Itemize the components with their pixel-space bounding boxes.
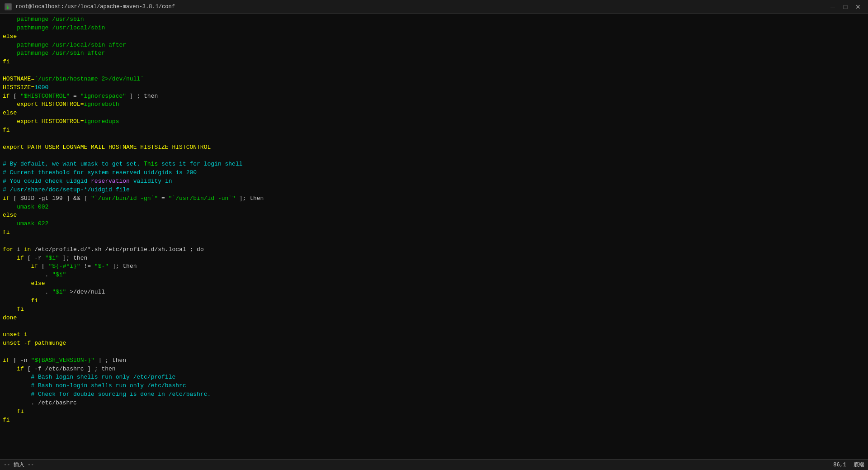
- terminal-line: if [ "$HISTCONTROL" = "ignorespace" ] ; …: [3, 92, 865, 101]
- terminal-line: HISTSIZE=1000: [3, 84, 865, 92]
- terminal-line: HOSTNAME=`/usr/bin/hostname 2>/dev/null`: [3, 75, 865, 84]
- terminal-line: . "$i" >/dev/null: [3, 288, 865, 297]
- terminal-line: # Bash non-login shells run only /etc/ba…: [3, 382, 865, 390]
- terminal-line: export PATH USER LOGNAME MAIL HOSTNAME H…: [3, 143, 865, 152]
- scroll-percent: 底端: [854, 461, 864, 469]
- window-controls: ─ □ ✕: [827, 2, 863, 11]
- terminal-line: export HISTCONTROL=ignoreboth: [3, 100, 865, 109]
- terminal-line: [3, 237, 865, 246]
- terminal-line: . /etc/bashrc: [3, 399, 865, 408]
- terminal-line: else: [3, 280, 865, 288]
- terminal-line: fi: [3, 408, 865, 416]
- terminal-line: fi: [3, 58, 865, 66]
- terminal-line: [3, 152, 865, 161]
- terminal-line: if [ -n "${BASH_VERSION-}" ] ; then: [3, 356, 865, 365]
- terminal-line: # You could check uidgid reservation val…: [3, 177, 865, 186]
- terminal-line: else: [3, 211, 865, 220]
- terminal-line: [3, 66, 865, 75]
- terminal-line: # By default, we want umask to get set. …: [3, 160, 865, 169]
- terminal-line: for i in /etc/profile.d/*.sh /etc/profil…: [3, 246, 865, 254]
- terminal-line: unset i: [3, 331, 865, 339]
- terminal-line: umask 002: [3, 203, 865, 212]
- terminal-body: pathmunge /usr/sbin pathmunge /usr/local…: [0, 14, 868, 459]
- status-right: 86,1 底端: [833, 461, 864, 469]
- terminal-line: else: [3, 109, 865, 118]
- terminal-line: if [ "${-#*i}" != "$-" ]; then: [3, 262, 865, 271]
- terminal-line: fi: [3, 416, 865, 425]
- svg-text:$: $: [6, 5, 9, 9]
- minimize-button[interactable]: ─: [827, 2, 838, 11]
- title-bar-left: $ root@localhost:/usr/local/apache-maven…: [5, 3, 175, 10]
- terminal-icon: $: [5, 3, 12, 10]
- terminal-line: fi: [3, 297, 865, 305]
- cursor-position: 86,1: [833, 462, 846, 468]
- terminal-line: # Bash login shells run only /etc/profil…: [3, 373, 865, 382]
- terminal-line: # /usr/share/doc/setup-*/uidgid file: [3, 186, 865, 195]
- terminal-line: if [ -r "$i" ]; then: [3, 254, 865, 263]
- status-left: -- 插入 --: [4, 461, 34, 469]
- window-title: root@localhost:/usr/local/apache-maven-3…: [15, 4, 175, 10]
- vim-mode: -- 插入 --: [4, 461, 34, 469]
- terminal-line: if [ $UID -gt 199 ] && [ "`/usr/bin/id -…: [3, 195, 865, 203]
- terminal-line: pathmunge /usr/local/sbin after: [3, 41, 865, 50]
- terminal-line: pathmunge /usr/sbin after: [3, 49, 865, 58]
- terminal-line: export HISTCONTROL=ignoredups: [3, 118, 865, 126]
- terminal-line: fi: [3, 305, 865, 314]
- status-bar: -- 插入 -- 86,1 底端: [0, 459, 868, 470]
- close-button[interactable]: ✕: [853, 2, 863, 11]
- terminal-line: done: [3, 314, 865, 323]
- terminal-line: [3, 425, 865, 433]
- terminal-line: fi: [3, 126, 865, 135]
- title-bar: $ root@localhost:/usr/local/apache-maven…: [0, 0, 868, 14]
- terminal-line: pathmunge /usr/sbin: [3, 15, 865, 24]
- maximize-button[interactable]: □: [840, 2, 851, 11]
- terminal-line: # Check for double sourcing is done in /…: [3, 390, 865, 399]
- terminal-line: [3, 135, 865, 143]
- terminal-line: [3, 322, 865, 331]
- terminal-line: fi: [3, 228, 865, 237]
- terminal-line: unset -f pathmunge: [3, 339, 865, 348]
- terminal-line: if [ -f /etc/bashrc ] ; then: [3, 365, 865, 374]
- terminal-line: pathmunge /usr/local/sbin: [3, 24, 865, 33]
- terminal-line: umask 022: [3, 220, 865, 228]
- terminal-line: [3, 348, 865, 356]
- terminal-line: else: [3, 33, 865, 41]
- terminal-line: . "$i": [3, 271, 865, 280]
- terminal-line: # Current threshold for system reserved …: [3, 169, 865, 177]
